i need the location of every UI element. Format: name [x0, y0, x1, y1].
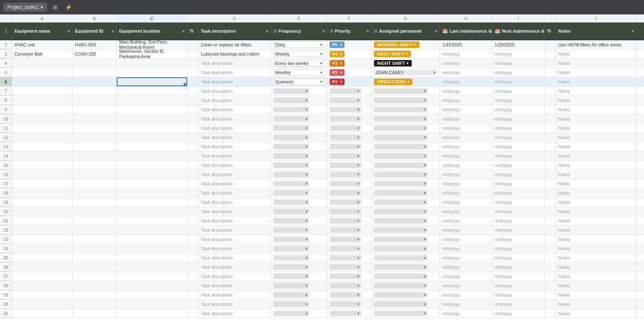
cell-notes-2[interactable]: Use HEPA filters for office areas.	[556, 40, 636, 49]
assigned-badge-6[interactable]: PIPEFITTERS ▾	[374, 79, 413, 85]
priority-empty-8[interactable]: ▾	[330, 97, 361, 103]
col-letter-i[interactable]: I	[492, 15, 545, 22]
cell-task-23[interactable]: Task description	[198, 235, 271, 244]
cell-next-maint-8[interactable]: m/d/yyyy	[492, 96, 545, 105]
cell-task-11[interactable]: Task description	[198, 124, 271, 133]
cell-priority-11[interactable]: ▾	[327, 124, 372, 133]
cell-assigned-23[interactable]: ▾	[372, 235, 440, 244]
cell-notes-25[interactable]: Notes	[556, 253, 636, 262]
cell-priority-28[interactable]: ▾	[327, 281, 372, 290]
cell-priority-25[interactable]: ▾	[327, 253, 372, 262]
cell-task-7[interactable]: Task description	[198, 87, 271, 95]
frequency-empty-26[interactable]: ▾	[273, 264, 309, 270]
cell-next-maint-26[interactable]: m/d/yyyy	[492, 263, 545, 272]
cell-task-20[interactable]: Task description	[198, 207, 271, 216]
col-letter-a[interactable]: A	[12, 15, 72, 22]
cell-priority-6[interactable]: P1 ▾	[327, 77, 372, 86]
priority-empty-19[interactable]: ▾	[330, 199, 361, 205]
frequency-sort[interactable]: ▾	[322, 29, 324, 33]
cell-notes-13[interactable]: Notes	[556, 142, 636, 151]
cell-last-maint-21[interactable]: m/d/yyyy	[440, 216, 492, 225]
header-assigned[interactable]: ⊙ Assigned personnel ▾	[372, 23, 440, 39]
frequency-empty-22[interactable]: ▾	[273, 227, 309, 233]
cell-task-2[interactable]: Clean or replace air filters	[198, 40, 271, 49]
cell-location-14[interactable]	[117, 151, 187, 160]
priority-empty-10[interactable]: ▾	[330, 116, 361, 122]
cell-equipment-name-19[interactable]	[12, 198, 72, 207]
cell-equipment-id-25[interactable]	[72, 253, 117, 262]
cell-task-14[interactable]: Task description	[198, 151, 271, 160]
cell-location-23[interactable]	[117, 235, 187, 244]
cell-equipment-name-11[interactable]	[12, 124, 72, 133]
cell-next-maint-17[interactable]: m/d/yyyy	[492, 179, 545, 188]
cell-notes-23[interactable]: Notes	[556, 235, 636, 244]
cell-assigned-18[interactable]: ▾	[372, 189, 440, 197]
cell-frequency-19[interactable]: ▾	[271, 198, 327, 207]
cell-assigned-17[interactable]: ▾	[372, 179, 440, 188]
priority-empty-17[interactable]: ▾	[330, 181, 361, 187]
col-letter-h[interactable]: H	[440, 15, 492, 22]
cell-assigned-12[interactable]: ▾	[372, 133, 440, 142]
cell-assigned-30[interactable]: ▾	[372, 300, 440, 309]
cell-last-maint-7[interactable]: m/d/yyyy	[440, 87, 492, 95]
cell-task-4[interactable]: Task description	[198, 59, 271, 68]
cell-location-28[interactable]	[117, 281, 187, 290]
cell-next-maint-25[interactable]: m/d/yyyy	[492, 253, 545, 262]
cell-last-maint-16[interactable]: m/d/yyyy	[440, 170, 492, 179]
priority-badge-5[interactable]: P2 ▾	[330, 69, 345, 76]
cell-assigned-24[interactable]: ▾	[372, 244, 440, 253]
cell-last-maint-25[interactable]: m/d/yyyy	[440, 253, 492, 262]
cell-equipment-name-20[interactable]	[12, 207, 72, 216]
cell-equipment-id-21[interactable]	[72, 216, 117, 225]
cell-notes-17[interactable]: Notes	[556, 179, 636, 188]
cell-location-11[interactable]	[117, 124, 187, 133]
cell-task-9[interactable]: Task description	[198, 105, 271, 114]
cell-next-maint-13[interactable]: m/d/yyyy	[492, 142, 545, 151]
cell-notes-10[interactable]: Notes	[556, 114, 636, 123]
cell-next-maint-23[interactable]: m/d/yyyy	[492, 235, 545, 244]
cell-equipment-id-16[interactable]	[72, 170, 117, 179]
cell-equipment-id-2[interactable]: HVAC-003	[72, 40, 117, 49]
priority-empty-23[interactable]: ▾	[330, 236, 361, 242]
cell-last-maint-24[interactable]: m/d/yyyy	[440, 244, 492, 253]
cell-priority-22[interactable]: ▾	[327, 226, 372, 234]
cell-last-maint-14[interactable]: m/d/yyyy	[440, 151, 492, 160]
cell-equipment-name-2[interactable]: HVAC unit	[12, 40, 72, 49]
cell-notes-27[interactable]: Notes	[556, 272, 636, 281]
priority-empty-22[interactable]: ▾	[330, 227, 361, 233]
frequency-empty-13[interactable]: ▾	[273, 144, 309, 149]
cell-equipment-id-12[interactable]	[72, 133, 117, 142]
assigned-empty-29[interactable]: ▾	[374, 292, 427, 298]
frequency-empty-29[interactable]: ▾	[273, 292, 309, 298]
cell-priority-29[interactable]: ▾	[327, 290, 372, 299]
cell-assigned-6[interactable]: PIPEFITTERS ▾	[372, 77, 440, 86]
cell-priority-2[interactable]: P5 ▾	[327, 40, 372, 49]
cell-equipment-name-8[interactable]	[12, 96, 72, 105]
cell-last-maint-19[interactable]: m/d/yyyy	[440, 198, 492, 207]
priority-empty-9[interactable]: ▾	[330, 107, 361, 112]
cell-next-maint-29[interactable]: m/d/yyyy	[492, 290, 545, 299]
priority-badge-3[interactable]: P4 ▾	[330, 51, 345, 57]
cell-location-13[interactable]	[117, 142, 187, 151]
cell-location-4[interactable]	[117, 59, 187, 68]
cell-frequency-2[interactable]: Daily ▾	[271, 40, 327, 49]
cell-next-maint-4[interactable]: m/d/yyyy	[492, 59, 545, 68]
cell-location-26[interactable]	[117, 263, 187, 272]
cell-task-10[interactable]: Task description	[198, 114, 271, 123]
cell-task-30[interactable]: Task description	[198, 300, 271, 309]
cell-task-18[interactable]: Task description	[198, 189, 271, 197]
cell-location-9[interactable]	[117, 105, 187, 114]
cell-task-28[interactable]: Task description	[198, 281, 271, 290]
assigned-empty-24[interactable]: ▾	[374, 246, 427, 251]
cell-assigned-15[interactable]: ▾	[372, 161, 440, 170]
cell-equipment-id-28[interactable]	[72, 281, 117, 290]
cell-frequency-16[interactable]: ▾	[271, 170, 327, 179]
cell-next-maint-18[interactable]: m/d/yyyy	[492, 189, 545, 197]
cell-last-maint-18[interactable]: m/d/yyyy	[440, 189, 492, 197]
cell-equipment-name-15[interactable]	[12, 161, 72, 170]
cell-equipment-name-24[interactable]	[12, 244, 72, 253]
cell-location-19[interactable]	[117, 198, 187, 207]
cell-equipment-id-27[interactable]	[72, 272, 117, 281]
col-letter-g[interactable]: G	[372, 15, 440, 22]
frequency-empty-30[interactable]: ▾	[273, 301, 309, 307]
